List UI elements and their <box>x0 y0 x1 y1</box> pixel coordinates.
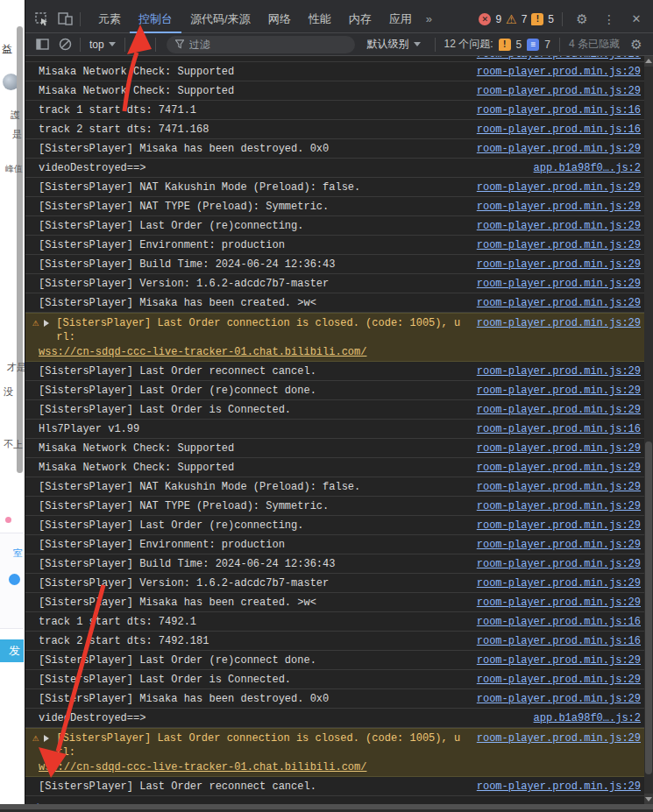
source-link[interactable]: room-player.prod.min.js:29 <box>477 219 641 233</box>
websocket-url-link[interactable]: wss://cn-sdqd-ccc-live-tracker-01.chat.b… <box>39 761 366 773</box>
source-link[interactable]: room-player.prod.min.js:29 <box>477 200 641 214</box>
log-message: [SistersPlayer] Build Time: 2024-06-24 1… <box>39 557 466 571</box>
warning-message: [SistersPlayer] Last Order connection is… <box>56 316 466 344</box>
live-expression-eye-icon[interactable] <box>129 34 152 55</box>
background-page-sliver: 发 益護是峰值才是没不上室 <box>0 0 25 804</box>
tab-network[interactable]: 网络 <box>259 5 300 33</box>
source-link[interactable]: room-player.prod.min.js:29 <box>477 403 641 417</box>
log-message: [SistersPlayer] NAT TYPE (Preload): Symm… <box>39 499 466 513</box>
background-text-fragment: 護 <box>11 109 20 122</box>
tab-elements[interactable]: 元素 <box>89 5 130 33</box>
source-link[interactable]: room-player.prod.min.js:29 <box>477 180 641 194</box>
console-log-row: [SistersPlayer] Build Time: 2024-06-24 1… <box>25 255 644 274</box>
source-link[interactable]: room-player.prod.min.js:29 <box>477 277 641 291</box>
console-log-row: [SistersPlayer] Misaka has been created.… <box>25 293 644 313</box>
source-link[interactable]: room-player.prod.min.js:29 <box>477 480 641 494</box>
source-link[interactable]: room-player.prod.min.js:29 <box>477 56 641 61</box>
source-link[interactable]: room-player.prod.min.js:16 <box>477 615 641 629</box>
issue-badge-count[interactable]: 5 <box>516 39 522 51</box>
message-badge-count[interactable]: 7 <box>544 39 550 51</box>
source-link[interactable]: room-player.prod.min.js:29 <box>477 142 641 156</box>
source-link[interactable]: room-player.prod.min.js:29 <box>477 65 641 79</box>
log-level-selector[interactable]: 默认级别 <box>362 37 426 52</box>
issues-count[interactable]: 5 <box>548 13 554 25</box>
source-link[interactable]: room-player.prod.min.js:29 <box>477 296 641 310</box>
source-link[interactable]: room-player.prod.min.js:29 <box>477 576 641 590</box>
source-link[interactable]: room-player.prod.min.js:29 <box>477 499 641 513</box>
clear-console-icon[interactable] <box>53 34 76 55</box>
source-link[interactable]: room-player.prod.min.js:16 <box>477 422 641 436</box>
settings-gear-icon[interactable]: ⚙ <box>571 9 593 30</box>
console-prompt-row[interactable]: > <box>25 796 644 804</box>
source-link[interactable]: room-player.prod.min.js:29 <box>477 653 641 667</box>
source-link[interactable]: room-player.prod.min.js:29 <box>477 441 641 455</box>
warning-icon[interactable]: ⚠ <box>506 13 517 25</box>
background-text-fragment: 是 <box>12 128 22 141</box>
more-tabs-icon[interactable]: » <box>421 5 437 33</box>
hidden-messages-label[interactable]: 4 条已隐藏 <box>569 37 620 52</box>
source-link[interactable]: room-player.prod.min.js:29 <box>477 84 641 98</box>
console-sidebar-icon[interactable] <box>31 34 53 55</box>
scrollbar-down-arrow[interactable] <box>644 794 653 804</box>
log-message: Misaka Network Check: Supported <box>39 65 466 79</box>
source-link[interactable]: room-player.prod.min.js:29 <box>477 258 641 272</box>
inspect-element-icon[interactable] <box>31 9 53 30</box>
source-link[interactable]: room-player.prod.min.js:29 <box>477 731 641 745</box>
console-log-row: [SistersPlayer] Last Order (re)connect d… <box>25 651 644 670</box>
toolbar-divider <box>435 38 436 52</box>
issue-badge-icon[interactable]: ! <box>499 39 511 51</box>
error-count[interactable]: 9 <box>495 13 501 25</box>
source-link[interactable]: room-player.prod.min.js:29 <box>477 673 641 687</box>
source-link[interactable]: room-player.prod.min.js:29 <box>477 692 641 706</box>
source-link[interactable]: room-player.prod.min.js:16 <box>477 123 641 137</box>
issues-counter-label[interactable]: 12 个问题: <box>444 37 493 52</box>
send-button-fragment[interactable]: 发 <box>0 639 24 662</box>
source-link[interactable]: app.b1a98f0….js:2 <box>534 161 641 175</box>
source-link[interactable]: room-player.prod.min.js:29 <box>477 384 641 398</box>
tab-sources[interactable]: 源代码/来源 <box>181 5 259 33</box>
tab-performance[interactable]: 性能 <box>300 5 340 33</box>
issues-icon[interactable]: ! <box>531 13 543 25</box>
console-log-row: [SistersPlayer] Last Order reconnect can… <box>25 777 644 796</box>
console-filter-box[interactable] <box>167 36 355 53</box>
close-devtools-icon[interactable]: ✕ <box>625 9 648 30</box>
console-scrollbar[interactable] <box>644 56 653 804</box>
device-toolbar-icon[interactable] <box>53 9 76 30</box>
expand-triangle-icon[interactable] <box>44 735 49 742</box>
source-link[interactable]: room-player.prod.min.js:29 <box>477 238 641 252</box>
error-icon[interactable]: ✕ <box>479 13 491 25</box>
source-link[interactable]: room-player.prod.min.js:29 <box>477 780 641 794</box>
tab-console[interactable]: 控制台 <box>130 5 181 33</box>
log-message: [SistersPlayer] Version: 1.6.2-adcdc7b7-… <box>39 576 466 590</box>
source-link[interactable]: room-player.prod.min.js:29 <box>477 557 641 571</box>
tab-application[interactable]: 应用 <box>380 5 421 33</box>
kebab-menu-icon[interactable]: ⋮ <box>598 9 621 30</box>
source-link[interactable]: room-player.prod.min.js:29 <box>477 461 641 475</box>
message-badge-icon[interactable]: ≡ <box>527 39 539 51</box>
scrollbar-up-arrow[interactable] <box>644 56 653 67</box>
log-message: [SistersPlayer] Misaka has been created.… <box>39 596 466 610</box>
source-link[interactable]: room-player.prod.min.js:29 <box>477 364 641 378</box>
filter-input[interactable] <box>189 39 346 51</box>
console-warning-row: ⚠ [SistersPlayer] Last Order connection … <box>25 313 644 362</box>
frame-context-selector[interactable]: top <box>84 39 121 51</box>
source-link[interactable]: room-player.prod.min.js:29 <box>477 538 641 552</box>
source-link[interactable]: room-player.prod.min.js:29 <box>477 519 641 533</box>
source-link[interactable]: room-player.prod.min.js:16 <box>477 634 641 648</box>
warning-count[interactable]: 7 <box>522 13 528 25</box>
source-link[interactable]: room-player.prod.min.js:29 <box>477 596 641 610</box>
console-settings-gear-icon[interactable]: ⚙ <box>625 34 648 55</box>
websocket-url-link[interactable]: wss://cn-sdqd-ccc-live-tracker-01.chat.b… <box>39 346 366 358</box>
scrollbar-thumb[interactable] <box>645 441 652 774</box>
console-log-row: [SistersPlayer] Misaka has been destroye… <box>25 139 644 159</box>
screenshot-stage: 发 益護是峰值才是没不上室 元素 控制台 源代码/来源 <box>0 0 653 812</box>
page-scrollbar-thumb[interactable] <box>17 26 23 473</box>
tab-memory[interactable]: 内存 <box>340 5 380 33</box>
log-message: [SistersPlayer] NAT Kakushin Mode (Prelo… <box>39 180 466 194</box>
source-link[interactable]: app.b1a98f0….js:2 <box>534 711 641 725</box>
expand-triangle-icon[interactable] <box>44 320 49 327</box>
source-link[interactable]: room-player.prod.min.js:16 <box>477 103 641 117</box>
console-rows: Misaka Network Check: Supported room-pla… <box>25 62 644 796</box>
source-link[interactable]: room-player.prod.min.js:29 <box>477 316 641 330</box>
log-message: [SistersPlayer] Build Time: 2024-06-24 1… <box>39 258 466 272</box>
